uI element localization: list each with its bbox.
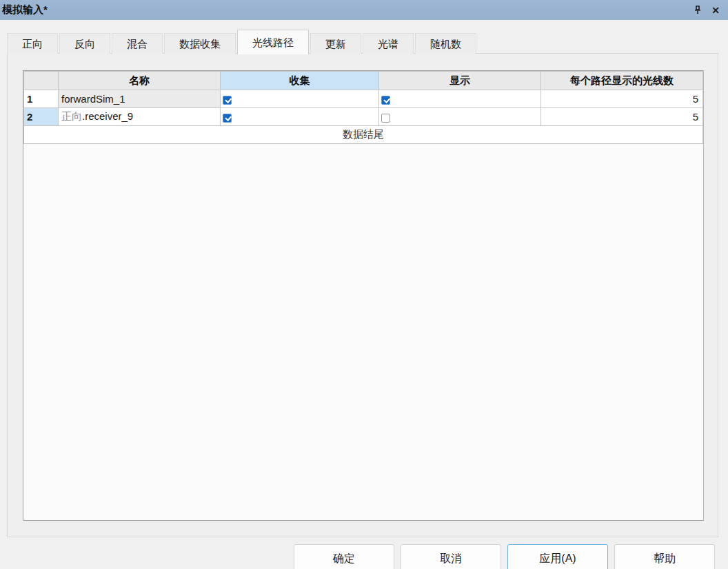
tab-update[interactable]: 更新	[310, 33, 361, 54]
tab-random-number[interactable]: 随机数	[415, 33, 476, 54]
close-icon[interactable]: ✕	[710, 5, 721, 16]
cancel-button[interactable]: 取消	[401, 544, 501, 569]
display-checkbox-row-1[interactable]	[381, 96, 390, 105]
panel-titlebar: 模拟输入* ✕	[0, 0, 728, 20]
collect-checkbox-row-2[interactable]	[223, 114, 232, 123]
collect-cell-row-1[interactable]	[221, 90, 379, 108]
table-row: 1 forwardSim_1 5	[24, 90, 703, 108]
row-header-1[interactable]: 1	[24, 90, 59, 108]
table-header-row: 名称 收集 显示 每个路径显示的光线数	[24, 72, 703, 90]
column-header-display[interactable]: 显示	[379, 72, 541, 90]
dialog-button-row: 确定 取消 应用(A) 帮助	[0, 544, 715, 569]
column-header-rays-per-path[interactable]: 每个路径显示的光线数	[541, 72, 703, 90]
help-button[interactable]: 帮助	[614, 544, 715, 569]
pin-icon[interactable]	[692, 5, 703, 16]
collect-cell-row-2[interactable]	[221, 108, 379, 126]
display-cell-row-1[interactable]	[379, 90, 541, 108]
name-cell-row-1[interactable]: forwardSim_1	[59, 90, 221, 108]
ok-button[interactable]: 确定	[294, 544, 394, 569]
ray-path-table: 名称 收集 显示 每个路径显示的光线数 1 forwardSim_1 5 2	[23, 70, 704, 521]
tab-data-collection[interactable]: 数据收集	[164, 33, 236, 54]
ray-path-tab-page: 名称 收集 显示 每个路径显示的光线数 1 forwardSim_1 5 2	[7, 53, 718, 537]
tab-ray-path[interactable]: 光线路径	[237, 30, 309, 54]
rays-cell-row-2[interactable]: 5	[541, 108, 703, 126]
collect-checkbox-row-1[interactable]	[223, 96, 232, 105]
end-of-data-row: 数据结尾	[24, 126, 703, 144]
name-prefix: 正向	[61, 110, 82, 122]
display-cell-row-2[interactable]	[379, 108, 541, 126]
table-row: 2 正向.receiver_9 5	[24, 108, 703, 126]
tab-spectrum[interactable]: 光谱	[363, 33, 414, 54]
corner-header[interactable]	[24, 72, 59, 90]
display-checkbox-row-2[interactable]	[381, 114, 390, 123]
tab-mixed[interactable]: 混合	[112, 33, 163, 54]
name-cell-row-2[interactable]: 正向.receiver_9	[59, 108, 221, 126]
panel-title: 模拟输入*	[0, 3, 48, 17]
tab-forward[interactable]: 正向	[7, 33, 58, 54]
end-of-data-label: 数据结尾	[24, 126, 703, 144]
simulation-tabbar: 正向 反向 混合 数据收集 光线路径 更新 光谱 随机数	[7, 29, 478, 54]
rays-cell-row-1[interactable]: 5	[541, 90, 703, 108]
column-header-collect[interactable]: 收集	[221, 72, 379, 90]
row-header-2[interactable]: 2	[24, 108, 59, 126]
apply-button[interactable]: 应用(A)	[507, 544, 608, 569]
column-header-name[interactable]: 名称	[59, 72, 221, 90]
tab-reverse[interactable]: 反向	[59, 33, 110, 54]
